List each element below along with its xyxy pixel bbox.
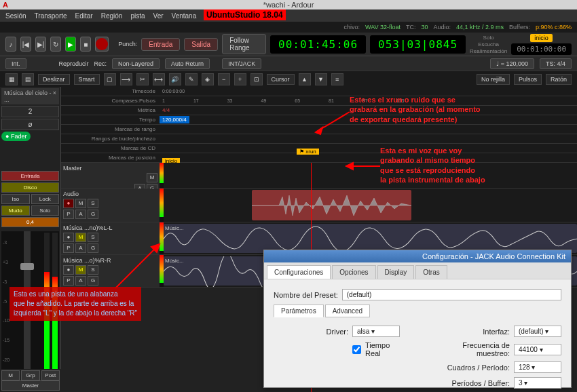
menu-ver[interactable]: Ver — [153, 12, 164, 20]
tool-2[interactable]: ▤ — [22, 73, 34, 85]
timesig-display[interactable]: TS: 4/4 — [540, 58, 572, 69]
fader-label[interactable]: ● Fader — [1, 132, 31, 141]
jack-realtime-checkbox[interactable] — [352, 345, 361, 354]
audio-rec[interactable]: ● — [63, 199, 74, 208]
phase-button[interactable]: ø — [1, 119, 59, 130]
musicr-solo[interactable]: S — [88, 265, 98, 275]
ruler-markers[interactable]: Marcas de posición — [61, 155, 160, 161]
musicr-rec[interactable]: ● — [63, 265, 74, 275]
draw-tool[interactable]: ✎ — [185, 73, 198, 85]
lock-button[interactable]: Lock — [31, 194, 60, 204]
layering-mode[interactable]: Non-Layered — [112, 58, 160, 69]
musicr-auto[interactable]: A — [75, 276, 86, 286]
jack-samplerate-select[interactable]: 44100 ▾ — [514, 344, 561, 355]
input-count[interactable]: 2 — [1, 106, 59, 117]
midi-panic-button[interactable]: ♪ — [5, 37, 16, 52]
sync-source[interactable]: Int. — [5, 58, 26, 69]
record-button[interactable] — [95, 37, 109, 52]
strip-name[interactable]: Música del cielo - ... — [4, 90, 53, 103]
foot-post[interactable]: Post — [41, 370, 60, 380]
input-mon-button[interactable]: Entrada — [1, 171, 59, 181]
audio-lane[interactable] — [164, 189, 577, 222]
jack-tab-other[interactable]: Otras — [415, 265, 447, 279]
menu-pista[interactable]: pista — [130, 12, 145, 20]
musicr-group[interactable]: G — [88, 276, 98, 286]
auto-return-button[interactable]: Auto Return — [165, 58, 210, 69]
musicl-playlist[interactable]: P — [63, 243, 74, 253]
punch-out-button[interactable]: Salida — [184, 38, 218, 51]
audio-group[interactable]: G — [88, 210, 98, 219]
menu-editar[interactable]: Editar — [75, 12, 93, 20]
ruler-cd[interactable]: Marcas de CD — [61, 145, 160, 151]
ruler-tempo[interactable]: Tempo — [61, 117, 160, 123]
stop-button[interactable]: ■ — [80, 37, 91, 52]
mute-button[interactable]: Mudo — [1, 205, 30, 216]
goto-start-button[interactable]: |◀ — [20, 37, 31, 52]
expand-tracks-button[interactable]: ▲ — [299, 73, 311, 85]
audition-tool[interactable]: 🔊 — [169, 73, 181, 85]
gain-display[interactable]: 0,4 — [1, 217, 59, 227]
iso-button[interactable]: Iso — [1, 194, 30, 204]
ruler-bars[interactable]: Compases:Pulsos — [61, 98, 160, 104]
solo-button[interactable]: Solo — [31, 205, 60, 216]
punch-in-button[interactable]: Entrada — [141, 38, 180, 51]
jack-subtab-advanced[interactable]: Advanced — [325, 305, 370, 317]
cut-tool[interactable]: ✂ — [136, 73, 149, 85]
musicr-playlist[interactable]: P — [63, 276, 74, 286]
feedback-indicator[interactable]: Realimentación — [470, 48, 507, 54]
loop-button[interactable]: ↻ — [50, 37, 61, 52]
smart-mode-button[interactable]: Smart — [74, 74, 100, 85]
ruler-timecode[interactable]: Timecode — [61, 88, 160, 94]
snap-mode-dropdown[interactable]: No rejilla — [477, 74, 510, 85]
primary-timecode[interactable]: 00:01:45:06 — [270, 35, 366, 54]
menu-transporte[interactable]: Transporte — [35, 12, 67, 20]
musicl-group[interactable]: G — [88, 243, 98, 253]
ruler-loop[interactable]: Rangos de bucle/pinchazo — [61, 136, 160, 142]
ruler-ranges[interactable]: Marcas de rango — [61, 126, 160, 132]
ruler-meter[interactable]: Métrica — [61, 107, 160, 113]
jack-frames-select[interactable]: 128 ▾ — [514, 361, 561, 373]
jack-driver-select[interactable]: alsa ▾ — [352, 326, 400, 337]
track-height-button[interactable]: ≡ — [331, 73, 343, 85]
escucha-indicator[interactable]: Escucha — [470, 41, 507, 47]
edit-point-dropdown[interactable]: Ratón — [546, 74, 572, 85]
goto-end-button[interactable]: ▶| — [35, 37, 46, 52]
inicio-marker-chip[interactable]: inicio — [530, 34, 553, 42]
range-tool[interactable]: ⟶ — [120, 73, 132, 85]
musicl-auto[interactable]: A — [75, 243, 86, 253]
jack-preset-field[interactable]: (default) — [342, 289, 561, 300]
audio-solo[interactable]: S — [88, 199, 98, 208]
master-mute[interactable]: M — [147, 173, 157, 182]
audio-playlist[interactable]: P — [63, 210, 74, 219]
menu-ventana[interactable]: Ventana — [172, 12, 197, 20]
jack-tab-display[interactable]: Display — [377, 265, 415, 279]
recording-region[interactable] — [252, 190, 411, 220]
tempo-display[interactable]: ♩ = 120,000 — [490, 58, 534, 69]
jack-titlebar[interactable]: Configuración - JACK Audio Connection Ki… — [264, 250, 571, 262]
tool-1[interactable]: ▦ — [5, 73, 18, 85]
foot-grp[interactable]: Grp — [21, 370, 39, 380]
zoom-in-button[interactable]: + — [234, 73, 246, 85]
clock-source[interactable]: INT/JACK — [222, 58, 261, 69]
follow-range-button[interactable]: Follow Range — [222, 34, 266, 54]
shrink-tracks-button[interactable]: ▼ — [315, 73, 327, 85]
play-button[interactable]: ▶ — [65, 37, 76, 52]
solo-indicator[interactable]: Solo — [470, 35, 507, 41]
cursor-mode-dropdown[interactable]: Cursor — [267, 74, 295, 85]
foot-master[interactable]: Master — [1, 380, 60, 391]
musicl-solo[interactable]: S — [88, 233, 98, 242]
zoom-fit-button[interactable]: ⊡ — [250, 73, 263, 85]
contents-tool[interactable]: ◈ — [202, 73, 214, 85]
audio-auto[interactable]: A — [75, 210, 86, 219]
musicl-mute[interactable]: M — [75, 233, 86, 242]
jack-tab-config[interactable]: Configuraciones — [267, 265, 331, 279]
snap-unit-dropdown[interactable]: Pulsos — [514, 74, 542, 85]
stretch-tool[interactable]: ⟷ — [153, 73, 165, 85]
menu-sesion[interactable]: Sesión — [5, 12, 26, 20]
track-header-master[interactable]: Master M A G — [61, 163, 160, 188]
jack-tab-options[interactable]: Opciones — [332, 265, 375, 279]
track-header-audio[interactable]: Audio ● M S P A G — [61, 189, 160, 222]
disk-mon-button[interactable]: Disco — [1, 182, 59, 193]
secondary-timecode[interactable]: 053|03|0845 — [370, 35, 466, 54]
close-strip-icon[interactable]: × — [53, 90, 56, 103]
